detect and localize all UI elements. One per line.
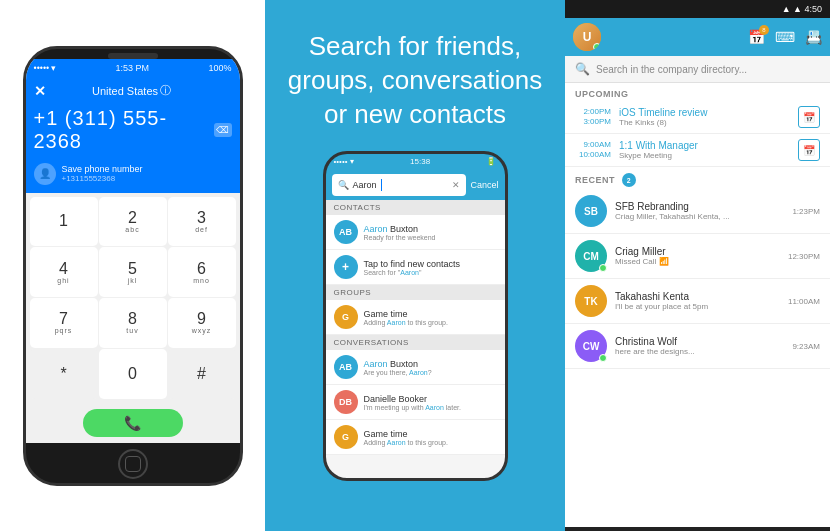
mid-time: 15:38 xyxy=(410,157,430,167)
header-icons: 📅 8 ⌨ 📇 xyxy=(748,29,822,45)
key-4[interactable]: 4 ghi xyxy=(30,247,98,297)
wifi-icon: ▾ xyxy=(51,63,56,73)
key-8[interactable]: 8 tuv xyxy=(99,298,167,348)
country-name: United States xyxy=(92,85,158,97)
christina-online-dot xyxy=(599,354,607,362)
contacts-section-header: Contacts xyxy=(326,200,505,215)
conv-text-aaron: Aaron Buxton Are you there, Aaron? xyxy=(364,359,497,376)
delete-button[interactable]: ⌫ xyxy=(214,123,232,137)
online-indicator xyxy=(593,43,601,51)
recent-time-takahashi: 11:00AM xyxy=(788,297,820,306)
phone-frame-mid: ••••• ▾ 15:38 🔋 🔍 Aaron ✕ Cancel Contact… xyxy=(323,151,508,481)
group-item-game[interactable]: G Game time Adding Aaron to this group. xyxy=(326,300,505,335)
recent-item-sfb[interactable]: SB SFB Rebranding Criag Miller, Takahash… xyxy=(565,189,830,234)
search-cursor xyxy=(381,179,382,191)
calendar-icon[interactable]: 📅 8 xyxy=(748,29,765,45)
android-status-bar: ▲ ▲ 4:50 xyxy=(565,0,830,18)
conv-item-game[interactable]: G Game time Adding Aaron to this group. xyxy=(326,420,505,455)
left-panel: ••••• ▾ 1:53 PM 100% ✕ United States ⓘ +… xyxy=(0,0,265,531)
recent-badge: 2 xyxy=(622,173,636,187)
recent-avatar-criag: CM xyxy=(575,240,607,272)
contact-text-aaron: Aaron Buxton Ready for the weekend xyxy=(364,224,497,241)
upcoming-section-label: UPCOMING xyxy=(565,83,830,101)
groups-section-header: Groups xyxy=(326,285,505,300)
save-number-row[interactable]: 👤 Save phone number +13115552368 xyxy=(26,159,240,193)
signal-dots: ••••• xyxy=(34,63,50,73)
group-avatar-game: G xyxy=(334,305,358,329)
company-search-input[interactable]: Search in the company directory... xyxy=(596,64,820,75)
group-text-game: Game time Adding Aaron to this group. xyxy=(364,309,497,326)
close-button[interactable]: ✕ xyxy=(34,83,46,99)
key-6[interactable]: 6 mno xyxy=(168,247,236,297)
contact-item-aaron[interactable]: AB Aaron Buxton Ready for the weekend xyxy=(326,215,505,250)
search-magnifier-icon: 🔍 xyxy=(575,62,590,76)
upcoming-item-2[interactable]: 9:00AM 10:00AM 1:1 With Manager Skype Me… xyxy=(565,134,830,167)
key-1[interactable]: 1 xyxy=(30,197,98,247)
find-contacts-item[interactable]: + Tap to find new contacts Search for "A… xyxy=(326,250,505,285)
phone-frame-left: ••••• ▾ 1:53 PM 100% ✕ United States ⓘ +… xyxy=(23,46,243,486)
conv-item-danielle[interactable]: DB Danielle Booker I'm meeting up with A… xyxy=(326,385,505,420)
phone-number: +1 (311) 555-2368 xyxy=(34,107,214,153)
upcoming-item-1[interactable]: 2:00PM 3:00PM iOS Timeline review The Ki… xyxy=(565,101,830,134)
upcoming-info-1: iOS Timeline review The Kinks (8) xyxy=(619,107,790,127)
dialer-header: ✕ United States ⓘ xyxy=(26,77,240,103)
conv-avatar-aaron: AB xyxy=(334,355,358,379)
home-button-inner xyxy=(125,456,141,472)
country-selector[interactable]: United States ⓘ xyxy=(92,83,171,98)
info-icon: ⓘ xyxy=(160,83,171,98)
middle-panel: Search for friends, groups, conversation… xyxy=(265,0,565,531)
mid-signal: ••••• ▾ xyxy=(334,157,354,167)
key-0[interactable]: 0 xyxy=(99,349,167,399)
search-icon: 🔍 xyxy=(338,180,349,190)
save-label: Save phone number xyxy=(62,164,143,174)
conv-item-aaron[interactable]: AB Aaron Buxton Are you there, Aaron? xyxy=(326,350,505,385)
find-contacts-text: Tap to find new contacts Search for "Aar… xyxy=(364,259,497,276)
clear-search-icon[interactable]: ✕ xyxy=(452,180,460,190)
recent-info-takahashi: Takahashi Kenta I'll be at your place at… xyxy=(615,291,780,311)
key-9[interactable]: 9 wxyz xyxy=(168,298,236,348)
user-avatar[interactable]: U xyxy=(573,23,601,51)
key-star[interactable]: * xyxy=(30,349,98,399)
key-7[interactable]: 7 pqrs xyxy=(30,298,98,348)
mid-search-bar: 🔍 Aaron ✕ Cancel xyxy=(326,170,505,200)
upcoming-time-1: 2:00PM 3:00PM xyxy=(575,107,611,128)
recent-time-christina: 9:23AM xyxy=(792,342,820,351)
call-bar: 📞 xyxy=(26,403,240,443)
mid-content: Contacts AB Aaron Buxton Ready for the w… xyxy=(326,200,505,478)
bottom-bar xyxy=(565,527,830,531)
mid-search-input[interactable]: 🔍 Aaron ✕ xyxy=(332,174,467,196)
keypad-icon[interactable]: ⌨ xyxy=(775,29,795,45)
mid-status-bar: ••••• ▾ 15:38 🔋 xyxy=(326,154,505,170)
conv-avatar-game: G xyxy=(334,425,358,449)
contacts-icon[interactable]: 📇 xyxy=(805,29,822,45)
recent-item-criag[interactable]: CM Criag Miller Missed Call 📶 12:30PM xyxy=(565,234,830,279)
call-button[interactable]: 📞 xyxy=(83,409,183,437)
ios-screen: ••••• ▾ 1:53 PM 100% ✕ United States ⓘ +… xyxy=(26,59,240,443)
recent-item-takahashi[interactable]: TK Takahashi Kenta I'll be at your place… xyxy=(565,279,830,324)
android-status-icons: ▲ ▲ 4:50 xyxy=(782,4,822,14)
right-panel: ▲ ▲ 4:50 U 📅 8 ⌨ 📇 🔍 Search in the compa… xyxy=(565,0,830,531)
search-text: Aaron xyxy=(353,180,377,190)
calendar-entry-icon-2: 📅 xyxy=(798,139,820,161)
recent-avatar-takahashi: TK xyxy=(575,285,607,317)
key-hash[interactable]: # xyxy=(168,349,236,399)
key-2[interactable]: 2 abc xyxy=(99,197,167,247)
mid-battery: 🔋 xyxy=(486,157,496,167)
recent-section-label: RECENT 2 xyxy=(565,167,830,189)
save-avatar: 👤 xyxy=(34,163,56,185)
home-button[interactable] xyxy=(118,449,148,479)
contact-avatar-aaron: AB xyxy=(334,220,358,244)
recent-info-christina: Christina Wolf here are the designs... xyxy=(615,336,784,356)
app-header: U 📅 8 ⌨ 📇 xyxy=(565,18,830,56)
status-left: ••••• ▾ xyxy=(34,63,57,73)
key-3[interactable]: 3 def xyxy=(168,197,236,247)
recent-time-criag: 12:30PM xyxy=(788,252,820,261)
cancel-button[interactable]: Cancel xyxy=(470,180,498,190)
recent-avatar-sfb: SB xyxy=(575,195,607,227)
company-search-bar[interactable]: 🔍 Search in the company directory... xyxy=(565,56,830,83)
calendar-entry-icon-1: 📅 xyxy=(798,106,820,128)
battery-status: 100% xyxy=(208,63,231,73)
key-5[interactable]: 5 jkl xyxy=(99,247,167,297)
save-info: Save phone number +13115552368 xyxy=(62,164,143,183)
recent-item-christina[interactable]: CW Christina Wolf here are the designs..… xyxy=(565,324,830,369)
